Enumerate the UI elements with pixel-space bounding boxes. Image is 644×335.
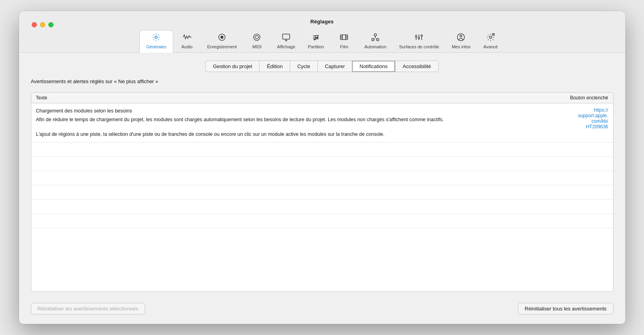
toolbar-item-avance[interactable]: Avancé (477, 30, 504, 52)
toolbar-item-surfaces[interactable]: Surfaces de contrôle (393, 30, 445, 52)
svg-point-25 (376, 38, 379, 41)
mesinfos-label: Mes infos (452, 44, 470, 49)
svg-point-31 (415, 36, 417, 37)
toolbar-item-film[interactable]: Film (330, 30, 358, 52)
toolbar-item-mesinfos[interactable]: Mes infos (445, 30, 477, 52)
window-controls (32, 22, 54, 27)
empty-rows (31, 143, 613, 228)
tab-edition[interactable]: Édition (259, 61, 290, 72)
tab-gestion[interactable]: Gestion du projet (205, 61, 259, 72)
film-icon (340, 33, 348, 43)
close-button[interactable] (32, 22, 37, 27)
maximize-button[interactable] (48, 22, 54, 27)
tab-capturer[interactable]: Capturer (317, 61, 352, 72)
surfaces-label: Surfaces de contrôle (399, 44, 439, 49)
toolbar-item-partition[interactable]: Partition (302, 30, 330, 52)
automation-icon (371, 33, 380, 43)
enregistrement-label: Enregistrement (207, 44, 237, 49)
header-text: Texte (36, 95, 545, 101)
toolbar-item-enregistrement[interactable]: Enregistrement (201, 30, 243, 52)
svg-point-35 (460, 35, 462, 37)
svg-point-3 (254, 34, 260, 40)
toolbar: Générales Audio Enregistrement MIDI Affi… (140, 27, 504, 52)
partition-icon (311, 33, 320, 43)
svg-rect-5 (283, 34, 290, 39)
row-description: Afin de réduire le temps de chargement d… (36, 116, 545, 138)
header-button: Bouton enclenché (545, 95, 608, 101)
svg-point-24 (372, 38, 374, 41)
svg-point-32 (418, 37, 420, 39)
tabs-bar: Gestion du projetÉditionCycleCapturerNot… (31, 61, 613, 72)
reset-all-button[interactable]: Réinitialiser tous les avertissements (518, 303, 613, 314)
tab-cycle[interactable]: Cycle (290, 61, 317, 72)
svg-line-27 (376, 39, 378, 39)
svg-point-0 (155, 36, 157, 38)
affichage-icon (282, 33, 290, 43)
minimize-button[interactable] (40, 22, 45, 27)
svg-point-22 (374, 34, 376, 36)
svg-point-38 (493, 34, 494, 35)
svg-rect-15 (340, 35, 348, 40)
tab-accessibilite[interactable]: Accessibilité (395, 61, 439, 72)
mesinfos-icon (457, 33, 465, 43)
avance-label: Avancé (483, 44, 498, 49)
empty-row (31, 171, 613, 185)
partition-label: Partition (308, 44, 324, 49)
table-header: Texte Bouton enclenché (31, 93, 613, 103)
automation-label: Automation (364, 44, 386, 49)
audio-icon (183, 33, 191, 43)
titlebar: Réglages Générales Audio Enregistrement … (19, 11, 625, 53)
enregistrement-icon (218, 33, 226, 43)
table-body: Chargement des modules selon les besoins… (31, 103, 613, 291)
svg-point-36 (489, 36, 492, 38)
row-text: Chargement des modules selon les besoins… (36, 107, 545, 138)
reset-selected-button[interactable]: Réinitialiser les avertissements sélecti… (31, 303, 145, 314)
window-title: Réglages (310, 19, 334, 25)
row-title: Chargement des modules selon les besoins (36, 107, 545, 115)
toolbar-item-audio[interactable]: Audio (173, 30, 201, 52)
generales-icon (152, 33, 161, 43)
empty-row (31, 143, 613, 157)
midi-label: MIDI (252, 44, 262, 49)
row-button-link[interactable]: https:// support.apple. com/kb/ HT209636 (545, 107, 608, 129)
svg-point-4 (255, 36, 258, 39)
empty-row (31, 214, 613, 228)
midi-icon (252, 33, 261, 43)
toolbar-item-automation[interactable]: Automation (358, 30, 393, 52)
svg-line-26 (373, 39, 374, 39)
affichage-label: Affichage (277, 44, 295, 49)
empty-row (31, 200, 613, 214)
bottom-bar: Réinitialiser les avertissements sélecti… (31, 298, 613, 316)
main-content: Gestion du projetÉditionCycleCapturerNot… (19, 53, 625, 324)
empty-row (31, 185, 613, 200)
settings-window: Réglages Générales Audio Enregistrement … (19, 11, 625, 324)
toolbar-item-midi[interactable]: MIDI (243, 30, 271, 52)
svg-point-33 (421, 35, 422, 36)
generales-label: Générales (146, 44, 166, 49)
titlebar-top: Réglages (25, 16, 619, 27)
notifications-table: Texte Bouton enclenché Chargement des mo… (31, 92, 613, 292)
section-title: Avertissements et alertes réglés sur « N… (31, 78, 613, 84)
film-label: Film (340, 44, 348, 49)
audio-label: Audio (182, 44, 193, 49)
svg-point-2 (221, 36, 223, 38)
table-row[interactable]: Chargement des modules selon les besoins… (31, 103, 613, 143)
toolbar-item-affichage[interactable]: Affichage (271, 30, 302, 52)
tab-notifications[interactable]: Notifications (352, 61, 395, 72)
avance-icon (486, 33, 495, 43)
surfaces-icon (415, 33, 423, 43)
toolbar-item-generales[interactable]: Générales (140, 30, 173, 53)
empty-row (31, 157, 613, 171)
